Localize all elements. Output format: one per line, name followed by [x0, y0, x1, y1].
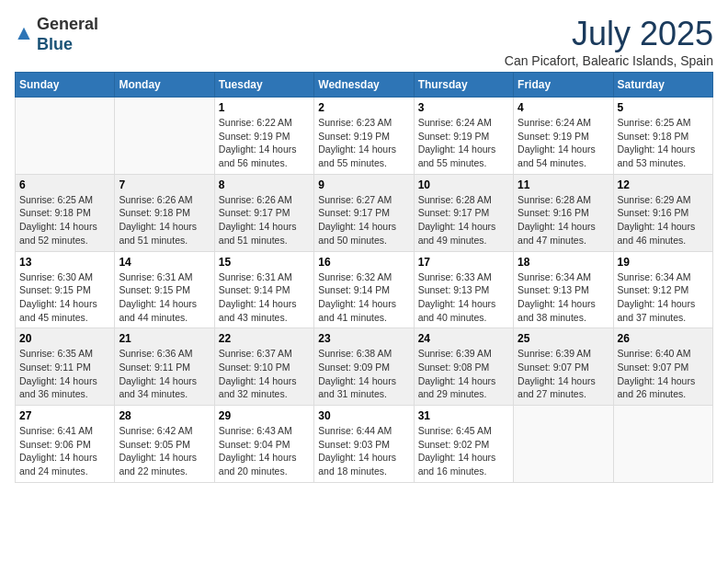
page-header: General Blue July 2025 Can Picafort, Bal… — [15, 15, 713, 68]
calendar-cell: 2Sunrise: 6:23 AMSunset: 9:19 PMDaylight… — [314, 98, 414, 175]
calendar-cell: 12Sunrise: 6:29 AMSunset: 9:16 PMDayligh… — [613, 174, 712, 251]
calendar-cell: 10Sunrise: 6:28 AMSunset: 9:17 PMDayligh… — [414, 174, 513, 251]
weekday-header: Wednesday — [314, 73, 414, 98]
day-info: Sunrise: 6:31 AMSunset: 9:14 PMDaylight:… — [219, 270, 310, 325]
day-number: 1 — [219, 101, 310, 114]
day-info: Sunrise: 6:26 AMSunset: 9:17 PMDaylight:… — [219, 193, 310, 247]
day-info: Sunrise: 6:25 AMSunset: 9:18 PMDaylight:… — [618, 116, 709, 170]
day-number: 17 — [418, 256, 509, 269]
calendar-cell: 27Sunrise: 6:41 AMSunset: 9:06 PMDayligh… — [16, 406, 115, 483]
day-info: Sunrise: 6:45 AMSunset: 9:02 PMDaylight:… — [418, 424, 509, 478]
calendar-cell: 28Sunrise: 6:42 AMSunset: 9:05 PMDayligh… — [115, 406, 214, 483]
day-number: 22 — [219, 332, 310, 345]
day-number: 9 — [318, 178, 409, 191]
calendar-header-row: SundayMondayTuesdayWednesdayThursdayFrid… — [16, 73, 713, 98]
calendar-week-row: 20Sunrise: 6:35 AMSunset: 9:11 PMDayligh… — [16, 328, 713, 406]
day-info: Sunrise: 6:43 AMSunset: 9:04 PMDaylight:… — [219, 424, 310, 478]
title-section: July 2025 Can Picafort, Balearic Islands… — [505, 15, 713, 68]
calendar-cell: 19Sunrise: 6:34 AMSunset: 9:12 PMDayligh… — [613, 251, 712, 328]
calendar-table: SundayMondayTuesdayWednesdayThursdayFrid… — [15, 72, 713, 483]
calendar-cell: 14Sunrise: 6:31 AMSunset: 9:15 PMDayligh… — [115, 251, 214, 328]
day-number: 28 — [119, 409, 210, 422]
day-info: Sunrise: 6:28 AMSunset: 9:17 PMDaylight:… — [418, 193, 509, 247]
day-info: Sunrise: 6:26 AMSunset: 9:18 PMDaylight:… — [119, 193, 210, 247]
day-number: 27 — [19, 409, 110, 422]
day-info: Sunrise: 6:27 AMSunset: 9:17 PMDaylight:… — [318, 193, 409, 247]
day-info: Sunrise: 6:39 AMSunset: 9:08 PMDaylight:… — [418, 347, 509, 401]
calendar-cell: 21Sunrise: 6:36 AMSunset: 9:11 PMDayligh… — [115, 328, 214, 406]
day-info: Sunrise: 6:24 AMSunset: 9:19 PMDaylight:… — [518, 116, 609, 170]
day-number: 13 — [19, 256, 110, 269]
weekday-header: Tuesday — [214, 73, 313, 98]
calendar-week-row: 13Sunrise: 6:30 AMSunset: 9:15 PMDayligh… — [16, 251, 713, 328]
calendar-cell: 15Sunrise: 6:31 AMSunset: 9:14 PMDayligh… — [214, 251, 313, 328]
day-info: Sunrise: 6:28 AMSunset: 9:16 PMDaylight:… — [518, 193, 609, 247]
day-info: Sunrise: 6:31 AMSunset: 9:15 PMDaylight:… — [119, 270, 210, 325]
day-info: Sunrise: 6:35 AMSunset: 9:11 PMDaylight:… — [19, 347, 110, 401]
calendar-cell: 22Sunrise: 6:37 AMSunset: 9:10 PMDayligh… — [214, 328, 313, 406]
day-number: 19 — [618, 256, 709, 269]
calendar-week-row: 6Sunrise: 6:25 AMSunset: 9:18 PMDaylight… — [16, 174, 713, 251]
day-number: 21 — [119, 332, 210, 345]
logo-blue: Blue — [37, 35, 73, 53]
calendar-cell — [613, 406, 712, 483]
calendar-cell — [514, 406, 613, 483]
day-number: 30 — [318, 409, 409, 422]
calendar-cell: 31Sunrise: 6:45 AMSunset: 9:02 PMDayligh… — [414, 406, 513, 483]
day-info: Sunrise: 6:42 AMSunset: 9:05 PMDaylight:… — [119, 424, 210, 478]
month-year: July 2025 — [505, 15, 713, 53]
logo: General Blue — [15, 15, 98, 54]
calendar-cell — [115, 98, 214, 175]
calendar-cell: 23Sunrise: 6:38 AMSunset: 9:09 PMDayligh… — [314, 328, 414, 406]
day-number: 5 — [618, 101, 709, 114]
calendar-cell: 26Sunrise: 6:40 AMSunset: 9:07 PMDayligh… — [613, 328, 712, 406]
day-info: Sunrise: 6:39 AMSunset: 9:07 PMDaylight:… — [518, 347, 609, 401]
day-number: 3 — [418, 101, 509, 114]
day-number: 8 — [219, 178, 310, 191]
day-info: Sunrise: 6:22 AMSunset: 9:19 PMDaylight:… — [219, 116, 310, 170]
day-number: 29 — [219, 409, 310, 422]
calendar-cell: 11Sunrise: 6:28 AMSunset: 9:16 PMDayligh… — [514, 174, 613, 251]
weekday-header: Saturday — [613, 73, 712, 98]
calendar-cell: 20Sunrise: 6:35 AMSunset: 9:11 PMDayligh… — [16, 328, 115, 406]
weekday-header: Friday — [514, 73, 613, 98]
day-number: 16 — [318, 256, 409, 269]
calendar-cell: 5Sunrise: 6:25 AMSunset: 9:18 PMDaylight… — [613, 98, 712, 175]
calendar-cell: 17Sunrise: 6:33 AMSunset: 9:13 PMDayligh… — [414, 251, 513, 328]
day-info: Sunrise: 6:40 AMSunset: 9:07 PMDaylight:… — [618, 347, 709, 401]
calendar-cell — [16, 98, 115, 175]
day-info: Sunrise: 6:33 AMSunset: 9:13 PMDaylight:… — [418, 270, 509, 325]
day-number: 26 — [618, 332, 709, 345]
day-number: 18 — [518, 256, 609, 269]
calendar-cell: 24Sunrise: 6:39 AMSunset: 9:08 PMDayligh… — [414, 328, 513, 406]
location: Can Picafort, Balearic Islands, Spain — [505, 53, 713, 68]
logo-icon — [15, 26, 33, 44]
calendar-cell: 7Sunrise: 6:26 AMSunset: 9:18 PMDaylight… — [115, 174, 214, 251]
day-number: 20 — [19, 332, 110, 345]
day-info: Sunrise: 6:25 AMSunset: 9:18 PMDaylight:… — [19, 193, 110, 247]
day-info: Sunrise: 6:36 AMSunset: 9:11 PMDaylight:… — [119, 347, 210, 401]
day-number: 14 — [119, 256, 210, 269]
day-number: 10 — [418, 178, 509, 191]
day-info: Sunrise: 6:34 AMSunset: 9:12 PMDaylight:… — [618, 270, 709, 325]
calendar-cell: 6Sunrise: 6:25 AMSunset: 9:18 PMDaylight… — [16, 174, 115, 251]
calendar-cell: 8Sunrise: 6:26 AMSunset: 9:17 PMDaylight… — [214, 174, 313, 251]
calendar-week-row: 27Sunrise: 6:41 AMSunset: 9:06 PMDayligh… — [16, 406, 713, 483]
day-info: Sunrise: 6:24 AMSunset: 9:19 PMDaylight:… — [418, 116, 509, 170]
day-number: 7 — [119, 178, 210, 191]
day-number: 31 — [418, 409, 509, 422]
svg-marker-0 — [17, 27, 29, 39]
weekday-header: Monday — [115, 73, 214, 98]
calendar-cell: 4Sunrise: 6:24 AMSunset: 9:19 PMDaylight… — [514, 98, 613, 175]
day-info: Sunrise: 6:32 AMSunset: 9:14 PMDaylight:… — [318, 270, 409, 325]
calendar-cell: 1Sunrise: 6:22 AMSunset: 9:19 PMDaylight… — [214, 98, 313, 175]
calendar-cell: 29Sunrise: 6:43 AMSunset: 9:04 PMDayligh… — [214, 406, 313, 483]
calendar-week-row: 1Sunrise: 6:22 AMSunset: 9:19 PMDaylight… — [16, 98, 713, 175]
day-number: 4 — [518, 101, 609, 114]
day-info: Sunrise: 6:30 AMSunset: 9:15 PMDaylight:… — [19, 270, 110, 325]
calendar-cell: 30Sunrise: 6:44 AMSunset: 9:03 PMDayligh… — [314, 406, 414, 483]
calendar-cell: 16Sunrise: 6:32 AMSunset: 9:14 PMDayligh… — [314, 251, 414, 328]
calendar-cell: 13Sunrise: 6:30 AMSunset: 9:15 PMDayligh… — [16, 251, 115, 328]
day-info: Sunrise: 6:37 AMSunset: 9:10 PMDaylight:… — [219, 347, 310, 401]
calendar-cell: 9Sunrise: 6:27 AMSunset: 9:17 PMDaylight… — [314, 174, 414, 251]
